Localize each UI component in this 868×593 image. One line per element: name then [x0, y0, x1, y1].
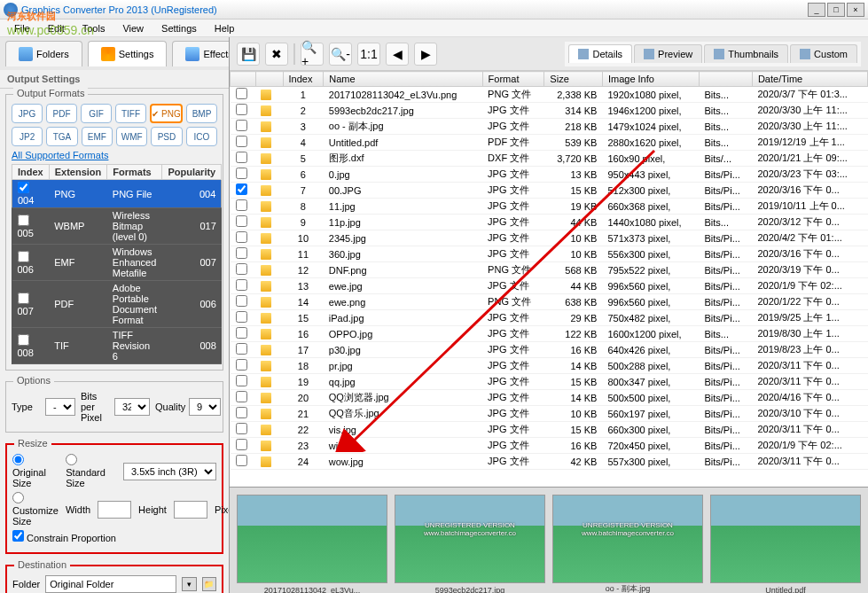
file-row[interactable]: 3oo - 副本.jpgJPG 文件218 KB1479x1024 pixel,… [231, 119, 868, 135]
format-png-button[interactable]: ✔ PNG [150, 104, 183, 123]
viewtab-thumbnails[interactable]: Thumbnails [704, 44, 788, 63]
menu-edit[interactable]: Edit [39, 23, 74, 34]
format-wmf-button[interactable]: WMF [116, 127, 147, 146]
file-list[interactable]: IndexNameFormatSizeImage InfoDate/Time 1… [230, 71, 868, 487]
folder-open-button[interactable]: 📁 [202, 577, 216, 591]
format-row[interactable]: 004PNGPNG File004 [12, 180, 222, 208]
viewtab-preview[interactable]: Preview [634, 44, 702, 63]
file-row[interactable]: 22vis.jpgJPG 文件15 KB660x300 pixel,Bits/P… [231, 422, 868, 438]
thumbnail[interactable]: UNREGISTERED VERSIONwww.batchimageconver… [395, 495, 545, 583]
file-row[interactable]: 25993ecb2dc217.jpgJPG 文件314 KB1946x1200 … [231, 103, 868, 119]
options-fieldset: Options Type - Bits per Pixel 32 Quality… [5, 381, 223, 433]
file-row[interactable]: 11360.jpgJPG 文件10 KB556x300 pixel,Bits/P… [231, 246, 868, 262]
format-psd-button[interactable]: PSD [151, 127, 182, 146]
standard-size-radio[interactable]: Standard Size [66, 454, 116, 488]
folders-icon [19, 47, 33, 61]
bpp-select[interactable]: 32 [114, 398, 150, 416]
file-row[interactable]: 12DNF.pngPNG 文件568 KB795x522 pixel,Bits/… [231, 262, 868, 278]
file-row[interactable]: 20QQ浏览器.jpgJPG 文件14 KB500x500 pixel,Bits… [231, 390, 868, 406]
quality-select[interactable]: 9 [189, 398, 221, 416]
type-select[interactable]: - [45, 398, 75, 416]
menu-tools[interactable]: Tools [74, 23, 114, 34]
file-row[interactable]: 5图形.dxfDXF 文件3,720 KB160x90 pixel,Bits/.… [231, 151, 868, 167]
format-tiff-button[interactable]: TIFF [115, 104, 146, 123]
settings-icon [101, 47, 115, 61]
tab-effects[interactable]: Effects [172, 41, 230, 66]
folder-browse-button[interactable]: ▾ [182, 577, 196, 591]
format-row[interactable]: 007PDFAdobe Portable Document Format006 [12, 281, 222, 328]
file-row[interactable]: 700.JPGJPG 文件15 KB512x300 pixel,Bits/Pi.… [231, 183, 868, 199]
maximize-button[interactable]: □ [827, 3, 845, 17]
file-row[interactable]: 60.jpgJPG 文件13 KB950x443 pixel,Bits/Pi..… [231, 167, 868, 183]
format-gif-button[interactable]: GIF [81, 104, 112, 123]
format-emf-button[interactable]: EMF [82, 127, 113, 146]
destination-fieldset: Destination Folder ▾ 📁 Name ▾ Example: m… [5, 565, 223, 593]
minimize-button[interactable]: _ [808, 3, 825, 17]
format-row[interactable]: 008TIFTIFF Revision 6008 [12, 328, 222, 364]
file-row[interactable]: 17p30.jpgJPG 文件16 KB640x426 pixel,Bits/P… [231, 342, 868, 358]
formats-table[interactable]: IndexExtensionFormatsPopularity 004PNGPN… [12, 164, 222, 364]
folder-input[interactable] [45, 575, 176, 593]
width-input[interactable] [98, 501, 131, 519]
zoom-out-icon[interactable]: 🔍- [329, 43, 352, 66]
thumbnail[interactable]: UNREGISTERED VERSIONwww.batchimageconver… [552, 495, 703, 583]
output-formats-fieldset: Output Formats JPGPDFGIFTIFF✔ PNGBMP JP2… [5, 94, 223, 371]
zoom-in-icon[interactable]: 🔍+ [301, 43, 324, 66]
format-row[interactable]: 005WBMPWireless Bitmap (level 0)017 [12, 208, 222, 245]
format-tga-button[interactable]: TGA [46, 127, 77, 146]
viewtab-details[interactable]: Details [568, 44, 632, 63]
menu-help[interactable]: Help [206, 23, 244, 34]
save-icon[interactable]: 💾 [237, 43, 260, 66]
format-jp2-button[interactable]: JP2 [12, 127, 43, 146]
pixel-label: Pixel [215, 504, 230, 515]
output-formats-legend: Output Formats [13, 88, 88, 98]
tab-folders[interactable]: Folders [5, 41, 82, 66]
original-size-radio[interactable]: Original Size [12, 454, 59, 488]
file-row[interactable]: 24wow.jpgJPG 文件42 KB557x300 pixel,Bits/P… [231, 454, 868, 470]
file-row[interactable]: 19qq.jpgJPG 文件15 KB800x347 pixel,Bits/Pi… [231, 374, 868, 390]
thumbnail-strip[interactable]: 20171028113042_eL3Vu...UNREGISTERED VERS… [230, 487, 868, 593]
all-formats-link[interactable]: All Supported Formats [12, 150, 217, 160]
customize-size-radio[interactable]: Customize Size [12, 492, 59, 527]
resize-legend: Resize [14, 438, 51, 449]
menu-file[interactable]: File [5, 23, 39, 34]
tab-settings[interactable]: Settings [88, 41, 168, 66]
format-bmp-button[interactable]: BMP [186, 104, 217, 123]
file-row[interactable]: 23win.jpgJPG 文件16 KB720x450 pixel,Bits/P… [231, 438, 868, 454]
thumbnail[interactable]: Untitled.pdf [710, 495, 861, 583]
constrain-checkbox[interactable]: Constrain Proportion [12, 530, 116, 543]
viewtab-custom[interactable]: Custom [790, 44, 857, 63]
thumbnail[interactable]: 20171028113042_eL3Vu... [237, 495, 387, 583]
file-row[interactable]: 15iPad.jpgJPG 文件29 KB750x482 pixel,Bits/… [231, 310, 868, 326]
file-row[interactable]: 911p.jpgJPG 文件44 KB1440x1080 pixel,Bits.… [231, 215, 868, 230]
fit-icon[interactable]: 1:1 [357, 43, 380, 66]
next-icon[interactable]: ▶ [414, 43, 437, 66]
prev-icon[interactable]: ◀ [386, 43, 409, 66]
destination-legend: Destination [14, 559, 70, 570]
file-row[interactable]: 102345.jpgJPG 文件10 KB571x373 pixel,Bits/… [231, 230, 868, 246]
file-row[interactable]: 120171028113042_eL3Vu.pngPNG 文件2,338 KB1… [231, 87, 868, 103]
format-row[interactable]: 006EMFWindows Enhanced Metafile007 [12, 245, 222, 281]
format-pdf-button[interactable]: PDF [46, 104, 77, 123]
file-row[interactable]: 13ewe.jpgJPG 文件44 KB996x560 pixel,Bits/P… [231, 278, 868, 294]
file-row[interactable]: 4Untitled.pdfPDF 文件539 KB2880x1620 pixel… [231, 135, 868, 151]
file-row[interactable]: 16OPPO.jpgJPG 文件122 KB1600x1200 pixel,Bi… [231, 326, 868, 342]
file-row[interactable]: 21QQ音乐.jpgJPG 文件10 KB560x197 pixel,Bits/… [231, 406, 868, 422]
bpp-label: Bits per Pixel [81, 391, 109, 423]
format-ico-button[interactable]: ICO [186, 127, 217, 146]
type-label: Type [12, 402, 40, 412]
file-row[interactable]: 811.jpgJPG 文件19 KB660x368 pixel,Bits/Pi.… [231, 199, 868, 215]
standard-size-select[interactable]: 3.5x5 inch (3R) [123, 463, 216, 480]
height-input[interactable] [174, 501, 207, 519]
menu-settings[interactable]: Settings [152, 23, 206, 34]
delete-icon[interactable]: ✖ [265, 43, 288, 66]
window-title: Graphics Converter Pro 2013 (UnRegistere… [21, 4, 808, 15]
menu-view[interactable]: View [113, 23, 152, 34]
file-row[interactable]: 18pr.jpgJPG 文件14 KB500x288 pixel,Bits/Pi… [231, 358, 868, 374]
format-jpg-button[interactable]: JPG [12, 104, 43, 123]
file-row[interactable]: 14ewe.pngPNG 文件638 KB996x560 pixel,Bits/… [231, 294, 868, 310]
folder-label: Folder [12, 579, 40, 589]
menubar: FileEditToolsViewSettingsHelp [0, 20, 868, 37]
close-button[interactable]: × [847, 3, 864, 17]
width-label: Width [66, 504, 90, 515]
